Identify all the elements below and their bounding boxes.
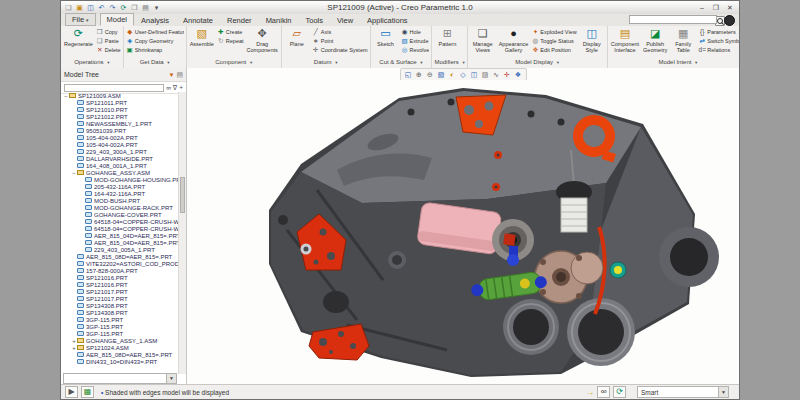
tree-item-3gp-115-prt[interactable]: 3GP-115.PRT	[61, 323, 179, 330]
parameters-button[interactable]: {}Parameters	[698, 28, 739, 36]
new-file-icon[interactable]: ❏	[64, 3, 73, 12]
tree-item-aer-815-04d-aer-815-prt[interactable]: AER_815_04D=AER_815=.PRT	[61, 239, 179, 246]
tree-item-95051039-prt[interactable]: 95051039.PRT	[61, 127, 179, 134]
manage-views-button[interactable]: ❏Manage Views	[470, 27, 496, 53]
tree-item-aer-815-08d-aer-815-prt[interactable]: AER_815_08D=AER_815=.PRT	[61, 351, 179, 358]
open-file-icon[interactable]: ▣	[75, 3, 84, 12]
forward-arrow-icon[interactable]: →	[586, 388, 594, 397]
maximize-button[interactable]: ❐	[711, 4, 721, 12]
tree-search-input[interactable]	[64, 84, 164, 92]
extrude-button[interactable]: ▧Extrude	[401, 37, 430, 45]
tree-item-164-408-001a-1-prt[interactable]: 164_408_001A_1.PRT	[61, 162, 179, 169]
3d-viewport[interactable]	[187, 80, 739, 385]
tree-item-105-404-002a-prt[interactable]: 105-404-002A.PRT	[61, 134, 179, 141]
help-globe-icon[interactable]	[724, 15, 735, 26]
tree-item-mod-gohange-rack-prt[interactable]: MOD-GOHANGE-RACK.PRT	[61, 204, 179, 211]
repeat-button[interactable]: ↻Repeat	[217, 37, 244, 45]
undo-icon[interactable]: ↶	[97, 3, 106, 12]
paste-button[interactable]: ❏Paste	[96, 37, 121, 45]
tree-filters-icon[interactable]: ▾	[170, 71, 174, 79]
coordinate-system-button[interactable]: ✛Coordinate System	[312, 46, 368, 54]
pattern-button[interactable]: ⊞Pattern	[434, 27, 460, 47]
user-defined-feature-button[interactable]: ◆User-Defined Feature	[126, 28, 184, 36]
create-button[interactable]: ✚Create	[217, 28, 244, 36]
ribbon-group-label[interactable]: Component ▾	[189, 58, 279, 67]
filter-icon[interactable]: ∇	[173, 84, 177, 92]
ribbon-group-label[interactable]: Operations ▾	[63, 58, 121, 67]
tree-item-sp121009-asm[interactable]: −SP121009.ASM	[61, 92, 179, 99]
edit-position-button[interactable]: ✥Edit Position	[531, 46, 576, 54]
tree-item-3gp-115-prt[interactable]: 3GP-115.PRT	[61, 316, 179, 323]
relations-button[interactable]: d=Relations	[698, 46, 739, 54]
axis-button[interactable]: ╱Axis	[312, 28, 368, 36]
exploded-view-button[interactable]: ✦Exploded View	[531, 28, 576, 36]
hole-button[interactable]: ◉Hole	[401, 28, 430, 36]
save-icon[interactable]: ◫	[86, 3, 95, 12]
tree-scrollbar[interactable]	[178, 92, 186, 374]
regenerate-button[interactable]: ⟳Regenerate	[63, 27, 94, 47]
customize-icon[interactable]: ▾	[152, 3, 161, 12]
copy-button[interactable]: ❐Copy	[96, 28, 121, 36]
toggle-status-button[interactable]: ◍Toggle Status	[531, 37, 576, 45]
tree-item-sp121016-prt[interactable]: SP121016.PRT	[61, 281, 179, 288]
tab-annotate[interactable]: Annotate	[176, 14, 220, 26]
teal-cap[interactable]	[610, 262, 626, 278]
point-button[interactable]: ∗Point	[312, 37, 368, 45]
redo-icon[interactable]: ↷	[108, 3, 117, 12]
ribbon-group-label[interactable]: Model Display ▾	[470, 58, 605, 67]
ribbon-group-label[interactable]: Datum ▾	[284, 58, 368, 67]
tree-item-sp134308-prt[interactable]: SP134308.PRT	[61, 309, 179, 316]
tree-item-aer-815-08d-aer-815-prt[interactable]: AER_815_08D=AER_815=.PRT	[61, 253, 179, 260]
refresh-icon[interactable]: ⟳	[613, 386, 626, 398]
close-button[interactable]: ✕	[725, 4, 735, 12]
tree-scrollbar-thumb[interactable]	[180, 177, 185, 213]
tree-item-sp121010-prt[interactable]: SP121010.PRT	[61, 106, 179, 113]
publish-geometry-button[interactable]: ◪Publish Geometry	[642, 27, 668, 53]
tree-item-sp121017-prt[interactable]: SP121017.PRT	[61, 295, 179, 302]
tree-item-aer-815-04d-aer-815-prt[interactable]: AER_815_04D=AER_815=.PRT	[61, 232, 179, 239]
ribbon-group-label[interactable]: Get Data ▾	[126, 58, 184, 67]
tab-view[interactable]: View	[330, 14, 360, 26]
tree-item-gohange-cover-prt[interactable]: GOHANGE-COVER.PRT	[61, 211, 179, 218]
expand-all-icon[interactable]: +	[179, 84, 183, 91]
copy-geometry-button[interactable]: ◈Copy Geometry	[126, 37, 184, 45]
family-table-button[interactable]: ▦Family Table	[670, 27, 696, 53]
tree-item-sp121017-prt[interactable]: SP121017.PRT	[61, 288, 179, 295]
tree-columns-icon[interactable]: ▤	[176, 71, 183, 79]
tree-item-sp121011-prt[interactable]: SP121011.PRT	[61, 99, 179, 106]
find-icon[interactable]: ∞	[166, 84, 171, 91]
tree-item-sp121012-prt[interactable]: SP121012.PRT	[61, 113, 179, 120]
assemble-button[interactable]: ▧Assemble	[189, 27, 215, 47]
tree-item-vite32202-astori-cod-prodcon-prt[interactable]: VITE32202=ASTORI_COD_PRODCON=.PRT	[61, 260, 179, 267]
tree-item-sp121016-prt[interactable]: SP121016.PRT	[61, 274, 179, 281]
tree-item-205-432-116a-prt[interactable]: 205-432-116A.PRT	[61, 183, 179, 190]
tree-item-mod-gohange-housing-prt[interactable]: MOD-GOHANGE-HOUSING.PRT	[61, 176, 179, 183]
tab-applications[interactable]: Applications	[360, 14, 414, 26]
tree-item-dallarvarhside-prt[interactable]: DALLARVARHSIDE.PRT	[61, 155, 179, 162]
find-binoculars-icon[interactable]: ∞	[597, 386, 610, 398]
gearbox-assembly-model[interactable]	[187, 80, 739, 385]
tree-item-din433-10-din433-prt[interactable]: DIN433_10=DIN433=.PRT	[61, 358, 179, 365]
switch-symbols-button[interactable]: ⇄Switch Symbols	[698, 37, 739, 45]
sketch-button[interactable]: ▭Sketch	[373, 27, 399, 47]
tree-item-157-828-000a-prt[interactable]: 157-828-000A.PRT	[61, 267, 179, 274]
suppress-toggle-icon[interactable]: ▦	[81, 386, 94, 398]
tree-item-105-404-002a-prt[interactable]: 105-404-002A.PRT	[61, 141, 179, 148]
tree-item-64518-04-copper-crush-washers[interactable]: 64518-04=COPPER-CRUSH-WASHERS	[61, 225, 179, 232]
tree-item-229-403-005a-1-prt[interactable]: 229_403_005A_1.PRT	[61, 246, 179, 253]
tree-item-gohange-assy-asm[interactable]: −GOHANGE_ASSY.ASM	[61, 169, 179, 176]
window-icon[interactable]: ❐	[130, 3, 139, 12]
tab-analysis[interactable]: Analysis	[134, 14, 176, 26]
minimize-button[interactable]: –	[697, 4, 707, 12]
command-search-input[interactable]	[629, 15, 717, 24]
plane-button[interactable]: ▱Plane	[284, 27, 310, 47]
display-style-button[interactable]: ◫Display Style	[579, 27, 605, 53]
regenerate-icon[interactable]: ⟳	[119, 3, 128, 12]
tree-item-sp134308-prt[interactable]: SP134308.PRT	[61, 302, 179, 309]
tree-item-64518-04-copper-crush-washers[interactable]: 64518-04=COPPER-CRUSH-WASHERS	[61, 218, 179, 225]
selection-filter-dropdown[interactable]: Smart ▼	[637, 386, 729, 398]
ribbon-group-label[interactable]: Model Intent ▾	[610, 58, 739, 67]
tab-render[interactable]: Render	[220, 14, 259, 26]
tab-manikin[interactable]: Manikin	[259, 14, 299, 26]
tree-item-newassembly-1-prt[interactable]: NEWASSEMBLY_1.PRT	[61, 120, 179, 127]
